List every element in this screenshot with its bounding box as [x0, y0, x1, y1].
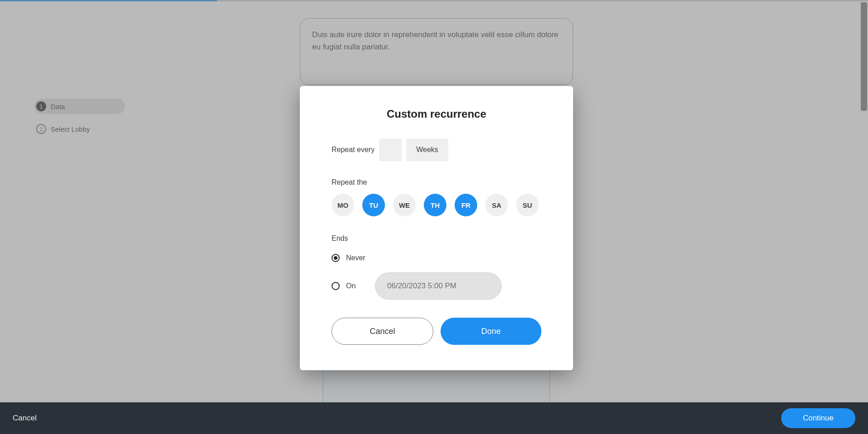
ends-never-row: Never	[332, 250, 541, 266]
interval-input[interactable]	[379, 138, 402, 161]
scrollbar-thumb[interactable]	[861, 2, 867, 111]
ends-label: Ends	[332, 234, 541, 243]
day-fr[interactable]: FR	[455, 194, 477, 216]
radio-dot-icon	[334, 256, 337, 260]
modal-title: Custom recurrence	[332, 108, 541, 120]
day-mo[interactable]: MO	[332, 194, 354, 216]
modal-button-row: Cancel Done	[332, 318, 541, 345]
ends-on-row: On 06/20/2023 5:00 PM	[332, 272, 541, 300]
day-we[interactable]: WE	[393, 194, 416, 216]
footer-cancel-link[interactable]: Cancel	[13, 414, 37, 423]
day-sa[interactable]: SA	[485, 194, 508, 216]
day-tu[interactable]: TU	[362, 194, 385, 216]
ends-never-label: Never	[346, 254, 369, 262]
weekday-picker: MO TU WE TH FR SA SU	[332, 194, 541, 216]
ends-on-datetime-input[interactable]: 06/20/2023 5:00 PM	[375, 272, 502, 300]
ends-on-datetime-value: 06/20/2023 5:00 PM	[387, 281, 456, 291]
continue-button[interactable]: Continue	[781, 408, 855, 428]
cancel-button[interactable]: Cancel	[332, 318, 433, 345]
day-su[interactable]: SU	[516, 194, 539, 216]
bottom-bar: Cancel Continue	[0, 402, 868, 434]
ends-never-radio[interactable]	[332, 254, 340, 262]
ends-on-radio[interactable]	[332, 282, 340, 290]
day-th[interactable]: TH	[424, 194, 446, 216]
ends-on-label: On	[346, 282, 369, 290]
done-button[interactable]: Done	[441, 318, 541, 345]
interval-unit-select[interactable]: Weeks	[406, 138, 448, 161]
repeat-every-row: Repeat every Weeks	[332, 138, 541, 161]
interval-unit-label: Weeks	[416, 146, 438, 154]
repeat-every-label: Repeat every	[332, 146, 375, 154]
custom-recurrence-modal: Custom recurrence Repeat every Weeks Rep…	[300, 86, 573, 370]
repeat-the-label: Repeat the	[332, 178, 541, 186]
